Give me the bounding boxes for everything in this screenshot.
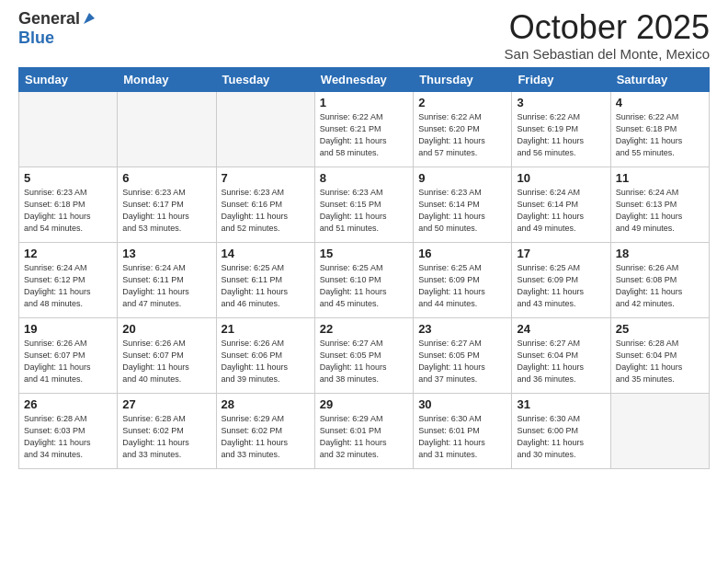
day-number: 4 [616, 96, 704, 109]
day-number: 26 [24, 397, 112, 411]
day-number: 5 [24, 171, 112, 185]
calendar-day-cell: 7Sunrise: 6:23 AM Sunset: 6:16 PM Daylig… [216, 167, 314, 242]
day-info: Sunrise: 6:23 AM Sunset: 6:17 PM Dayligh… [122, 187, 210, 235]
day-number: 6 [122, 171, 210, 185]
day-number: 23 [418, 322, 506, 336]
day-number: 21 [222, 322, 310, 336]
day-number: 10 [517, 171, 605, 185]
day-number: 7 [222, 171, 310, 185]
day-info: Sunrise: 6:25 AM Sunset: 6:09 PM Dayligh… [418, 262, 506, 310]
day-info: Sunrise: 6:23 AM Sunset: 6:14 PM Dayligh… [418, 187, 506, 235]
calendar-day-cell: 27Sunrise: 6:28 AM Sunset: 6:02 PM Dayli… [118, 393, 216, 468]
day-number: 31 [517, 397, 605, 411]
day-info: Sunrise: 6:24 AM Sunset: 6:14 PM Dayligh… [517, 187, 605, 235]
calendar-day-cell: 5Sunrise: 6:23 AM Sunset: 6:18 PM Daylig… [19, 167, 118, 242]
day-info: Sunrise: 6:26 AM Sunset: 6:08 PM Dayligh… [616, 262, 704, 310]
calendar-day-cell: 2Sunrise: 6:22 AM Sunset: 6:20 PM Daylig… [414, 91, 512, 167]
calendar-day-cell: 19Sunrise: 6:26 AM Sunset: 6:07 PM Dayli… [19, 317, 118, 393]
day-info: Sunrise: 6:24 AM Sunset: 6:13 PM Dayligh… [616, 187, 704, 235]
day-number: 19 [24, 322, 112, 336]
logo: General Blue [18, 9, 97, 48]
calendar-week-row: 12Sunrise: 6:24 AM Sunset: 6:12 PM Dayli… [19, 242, 710, 317]
calendar-day-cell: 30Sunrise: 6:30 AM Sunset: 6:01 PM Dayli… [414, 393, 512, 468]
month-title: October 2025 [505, 9, 710, 46]
day-number: 3 [517, 96, 605, 109]
calendar-day-cell: 23Sunrise: 6:27 AM Sunset: 6:05 PM Dayli… [414, 317, 512, 393]
calendar-day-cell: 28Sunrise: 6:29 AM Sunset: 6:02 PM Dayli… [216, 393, 314, 468]
day-info: Sunrise: 6:25 AM Sunset: 6:10 PM Dayligh… [320, 262, 408, 310]
day-of-week-header: Friday [512, 67, 610, 91]
day-of-week-header: Sunday [19, 67, 118, 91]
day-info: Sunrise: 6:22 AM Sunset: 6:18 PM Dayligh… [616, 111, 704, 159]
day-of-week-header: Thursday [414, 67, 512, 91]
day-info: Sunrise: 6:23 AM Sunset: 6:16 PM Dayligh… [222, 187, 310, 235]
day-info: Sunrise: 6:29 AM Sunset: 6:01 PM Dayligh… [320, 413, 408, 461]
header: General Blue October 2025 San Sebastian … [18, 9, 710, 62]
day-info: Sunrise: 6:27 AM Sunset: 6:04 PM Dayligh… [517, 338, 605, 385]
day-info: Sunrise: 6:25 AM Sunset: 6:11 PM Dayligh… [222, 262, 310, 310]
calendar-day-cell: 20Sunrise: 6:26 AM Sunset: 6:07 PM Dayli… [118, 317, 216, 393]
calendar-day-cell: 3Sunrise: 6:22 AM Sunset: 6:19 PM Daylig… [512, 91, 610, 167]
day-info: Sunrise: 6:28 AM Sunset: 6:02 PM Dayligh… [122, 413, 210, 461]
calendar-day-cell [610, 393, 709, 468]
day-info: Sunrise: 6:22 AM Sunset: 6:20 PM Dayligh… [418, 111, 506, 159]
calendar-header-row: SundayMondayTuesdayWednesdayThursdayFrid… [19, 67, 710, 91]
day-number: 17 [517, 247, 605, 260]
calendar-day-cell: 16Sunrise: 6:25 AM Sunset: 6:09 PM Dayli… [414, 242, 512, 317]
calendar-day-cell [216, 91, 314, 167]
calendar-day-cell: 8Sunrise: 6:23 AM Sunset: 6:15 PM Daylig… [314, 167, 413, 242]
calendar-table: SundayMondayTuesdayWednesdayThursdayFrid… [18, 67, 710, 469]
calendar-day-cell: 9Sunrise: 6:23 AM Sunset: 6:14 PM Daylig… [414, 167, 512, 242]
calendar-day-cell: 18Sunrise: 6:26 AM Sunset: 6:08 PM Dayli… [610, 242, 709, 317]
day-of-week-header: Saturday [610, 67, 709, 91]
day-number: 13 [122, 247, 210, 260]
calendar-day-cell: 14Sunrise: 6:25 AM Sunset: 6:11 PM Dayli… [216, 242, 314, 317]
svg-marker-0 [84, 13, 95, 24]
day-info: Sunrise: 6:27 AM Sunset: 6:05 PM Dayligh… [418, 338, 506, 385]
day-number: 9 [418, 171, 506, 185]
logo-icon [82, 11, 97, 26]
calendar-week-row: 19Sunrise: 6:26 AM Sunset: 6:07 PM Dayli… [19, 317, 710, 393]
calendar-day-cell: 10Sunrise: 6:24 AM Sunset: 6:14 PM Dayli… [512, 167, 610, 242]
day-number: 8 [320, 171, 408, 185]
calendar-week-row: 26Sunrise: 6:28 AM Sunset: 6:03 PM Dayli… [19, 393, 710, 468]
day-info: Sunrise: 6:26 AM Sunset: 6:07 PM Dayligh… [122, 338, 210, 385]
day-number: 2 [418, 96, 506, 109]
calendar-day-cell: 31Sunrise: 6:30 AM Sunset: 6:00 PM Dayli… [512, 393, 610, 468]
day-number: 20 [122, 322, 210, 336]
day-info: Sunrise: 6:25 AM Sunset: 6:09 PM Dayligh… [517, 262, 605, 310]
calendar-week-row: 5Sunrise: 6:23 AM Sunset: 6:18 PM Daylig… [19, 167, 710, 242]
day-number: 1 [320, 96, 408, 109]
day-info: Sunrise: 6:26 AM Sunset: 6:06 PM Dayligh… [222, 338, 310, 385]
calendar-day-cell: 4Sunrise: 6:22 AM Sunset: 6:18 PM Daylig… [610, 91, 709, 167]
day-info: Sunrise: 6:29 AM Sunset: 6:02 PM Dayligh… [222, 413, 310, 461]
calendar-day-cell: 15Sunrise: 6:25 AM Sunset: 6:10 PM Dayli… [314, 242, 413, 317]
calendar-day-cell: 25Sunrise: 6:28 AM Sunset: 6:04 PM Dayli… [610, 317, 709, 393]
calendar-day-cell: 17Sunrise: 6:25 AM Sunset: 6:09 PM Dayli… [512, 242, 610, 317]
logo-general: General [18, 9, 80, 29]
day-info: Sunrise: 6:30 AM Sunset: 6:01 PM Dayligh… [418, 413, 506, 461]
calendar-day-cell: 22Sunrise: 6:27 AM Sunset: 6:05 PM Dayli… [314, 317, 413, 393]
calendar-day-cell: 11Sunrise: 6:24 AM Sunset: 6:13 PM Dayli… [610, 167, 709, 242]
day-info: Sunrise: 6:26 AM Sunset: 6:07 PM Dayligh… [24, 338, 112, 385]
day-number: 29 [320, 397, 408, 411]
logo-blue: Blue [18, 29, 54, 48]
calendar-day-cell: 1Sunrise: 6:22 AM Sunset: 6:21 PM Daylig… [314, 91, 413, 167]
day-number: 30 [418, 397, 506, 411]
day-number: 11 [616, 171, 704, 185]
calendar-day-cell: 24Sunrise: 6:27 AM Sunset: 6:04 PM Dayli… [512, 317, 610, 393]
day-number: 28 [222, 397, 310, 411]
day-info: Sunrise: 6:22 AM Sunset: 6:19 PM Dayligh… [517, 111, 605, 159]
day-info: Sunrise: 6:24 AM Sunset: 6:12 PM Dayligh… [24, 262, 112, 310]
day-number: 16 [418, 247, 506, 260]
day-number: 12 [24, 247, 112, 260]
day-info: Sunrise: 6:27 AM Sunset: 6:05 PM Dayligh… [320, 338, 408, 385]
day-info: Sunrise: 6:22 AM Sunset: 6:21 PM Dayligh… [320, 111, 408, 159]
day-info: Sunrise: 6:30 AM Sunset: 6:00 PM Dayligh… [517, 413, 605, 461]
calendar-day-cell: 12Sunrise: 6:24 AM Sunset: 6:12 PM Dayli… [19, 242, 118, 317]
day-number: 24 [517, 322, 605, 336]
calendar-day-cell: 26Sunrise: 6:28 AM Sunset: 6:03 PM Dayli… [19, 393, 118, 468]
calendar-day-cell: 13Sunrise: 6:24 AM Sunset: 6:11 PM Dayli… [118, 242, 216, 317]
calendar-day-cell: 29Sunrise: 6:29 AM Sunset: 6:01 PM Dayli… [314, 393, 413, 468]
calendar-day-cell: 21Sunrise: 6:26 AM Sunset: 6:06 PM Dayli… [216, 317, 314, 393]
